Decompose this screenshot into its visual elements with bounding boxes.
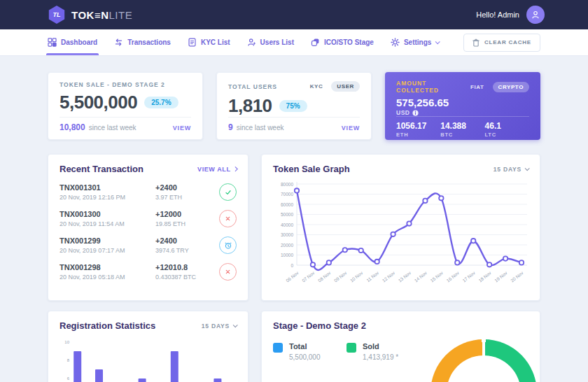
card-title: Registration Statistics <box>59 320 155 331</box>
chevron-right-icon <box>233 167 237 171</box>
chevron-down-icon <box>233 323 238 327</box>
token-sale-stat-card: TOKEN SALE - DEMO STAGE 2 5,500,000 25.7… <box>48 72 203 140</box>
stage-legend: Total5,500,000 Sold1,413,919 * Sale %25.… <box>273 342 430 382</box>
svg-text:12 Nov: 12 Nov <box>382 270 396 283</box>
range-dropdown[interactable]: 15 DAYS <box>202 323 237 330</box>
token-sale-line-chart: 0100002000030000400005000060000700008000… <box>273 178 530 290</box>
recent-transactions-card: Recent Transaction VIEW ALL TNX00130120 … <box>48 154 248 301</box>
toggle-crypto[interactable]: CRYPTO <box>493 82 530 92</box>
trash-icon <box>472 38 479 47</box>
chevron-down-icon <box>525 166 530 171</box>
svg-text:07 Nov: 07 Nov <box>301 270 316 283</box>
svg-text:80000: 80000 <box>281 182 293 187</box>
registration-statistics-card: Registration Statistics 15 DAYS 1086420 <box>48 311 248 382</box>
svg-text:15 Nov: 15 Nov <box>429 270 444 283</box>
svg-text:19 Nov: 19 Nov <box>493 270 508 283</box>
svg-text:08 Nov: 08 Nov <box>317 270 332 283</box>
svg-text:0: 0 <box>290 263 293 268</box>
delta-value: 10,800 <box>59 122 85 132</box>
svg-text:8: 8 <box>67 358 70 362</box>
svg-text:10 Nov: 10 Nov <box>349 270 364 283</box>
fiat-crypto-toggle: FIAT CRYPTO <box>465 82 529 92</box>
svg-text:16 Nov: 16 Nov <box>445 270 460 283</box>
app-header: TL TOK≡NLITE Hello! Admin <box>0 0 588 29</box>
toggle-fiat[interactable]: FIAT <box>465 82 490 92</box>
clear-cache-label: CLEAR CACHE <box>484 39 531 45</box>
svg-text:10: 10 <box>64 340 69 344</box>
document-icon <box>188 38 197 47</box>
toggle-kyc[interactable]: KYC <box>304 81 329 92</box>
main-nav: Dashboard Transactions KYC List Users Li… <box>0 29 588 56</box>
swap-icon <box>114 38 123 47</box>
card-title: Token Sale Graph <box>273 164 350 174</box>
brand-logo[interactable]: TL TOK≡NLITE <box>48 6 132 24</box>
person-icon <box>531 10 540 20</box>
svg-text:18 Nov: 18 Nov <box>477 270 492 283</box>
delta-note: since last week <box>237 124 284 132</box>
dashboard-page: TL TOK≡NLITE Hello! Admin Dashboard Tran… <box>0 0 588 382</box>
svg-text:6: 6 <box>67 376 70 381</box>
nav-label: ICO/STO Stage <box>324 38 374 46</box>
nav-item-ico-sto-stage[interactable]: ICO/STO Stage <box>311 29 374 55</box>
stat-title: TOKEN SALE - DEMO STAGE 2 <box>59 81 165 88</box>
svg-text:13 Nov: 13 Nov <box>398 270 412 283</box>
transaction-row[interactable]: TNX00129920 Nov, 2019 07:17 AM +24003974… <box>59 236 237 254</box>
stage-donut-chart: 5,500,000 TLE <box>430 339 537 382</box>
nav-item-dashboard[interactable]: Dashboard <box>48 29 97 55</box>
crypto-eth: 1056.17 ETH <box>396 121 440 138</box>
user-avatar[interactable] <box>526 6 545 24</box>
currency-label: USD <box>396 109 410 116</box>
view-link[interactable]: VIEW <box>173 125 191 132</box>
amount-collected-card: AMOUNT COLLECTED FIAT CRYPTO 575,256.65 … <box>385 72 540 140</box>
nav-label: Settings <box>404 38 431 46</box>
stat-title: TOTAL USERS <box>228 83 277 90</box>
transaction-row[interactable]: TNX00130120 Nov, 2019 12:16 PM +24003.97… <box>59 183 237 201</box>
stage-summary-card: Stage - Demo Stage 2 Total5,500,000 Sold… <box>261 311 540 382</box>
nav-item-transactions[interactable]: Transactions <box>114 29 171 55</box>
svg-text:14 Nov: 14 Nov <box>413 270 428 283</box>
delta-note: since last week <box>89 124 136 132</box>
crypto-ltc: 46.1 LTC <box>485 121 529 138</box>
nav-item-kyc-list[interactable]: KYC List <box>188 29 230 55</box>
greeting-text: Hello! Admin <box>476 10 519 19</box>
logo-hexagon-icon: TL <box>48 6 66 24</box>
status-failed-icon <box>219 210 237 227</box>
coins-icon <box>311 38 320 47</box>
view-all-link[interactable]: VIEW ALL <box>197 166 237 173</box>
total-users-stat-card: TOTAL USERS KYC USER 1,810 75% 9 since l… <box>216 72 372 140</box>
svg-text:06 Nov: 06 Nov <box>285 270 300 283</box>
legend-swatch <box>346 343 356 353</box>
range-dropdown[interactable]: 15 DAYS <box>493 166 528 173</box>
toggle-user[interactable]: USER <box>331 81 360 92</box>
svg-text:50000: 50000 <box>281 212 293 217</box>
nav-item-users-list[interactable]: Users List <box>247 29 294 55</box>
logo-monogram: TL <box>53 11 61 18</box>
svg-text:10000: 10000 <box>281 253 293 257</box>
card-title: Stage - Demo Stage 2 <box>273 320 366 331</box>
nav-label: Users List <box>260 38 294 46</box>
svg-text:09 Nov: 09 Nov <box>333 270 348 283</box>
gear-icon <box>391 38 400 47</box>
token-sale-graph-card: Token Sale Graph 15 DAYS 010000200003000… <box>261 154 540 301</box>
nav-label: Dashboard <box>61 38 97 46</box>
delta-value: 9 <box>228 122 233 132</box>
total-users-value: 1,810 <box>228 95 272 117</box>
nav-label: Transactions <box>127 38 171 46</box>
token-sale-value: 5,500,000 <box>59 92 137 113</box>
view-link[interactable]: VIEW <box>342 125 360 132</box>
status-pending-icon <box>219 236 237 254</box>
legend-swatch <box>273 343 283 353</box>
registration-bar-chart: 1086420 <box>59 338 238 382</box>
nav-item-settings[interactable]: Settings <box>391 29 439 55</box>
status-failed-icon <box>219 263 237 281</box>
status-success-icon <box>219 183 237 201</box>
svg-text:60000: 60000 <box>281 202 293 207</box>
transaction-row[interactable]: TNX00130020 Nov, 2019 11:54 AM +1200019.… <box>59 210 237 227</box>
grid-icon <box>48 38 57 47</box>
clear-cache-button[interactable]: CLEAR CACHE <box>463 34 540 52</box>
svg-text:17 Nov: 17 Nov <box>461 270 476 283</box>
transaction-row[interactable]: TNX00129820 Nov, 2019 05:18 AM +12010.80… <box>59 263 237 281</box>
brand-name: TOK≡NLITE <box>71 9 132 21</box>
card-title: Recent Transaction <box>59 164 144 174</box>
token-sale-percent-badge: 25.7% <box>144 97 178 108</box>
